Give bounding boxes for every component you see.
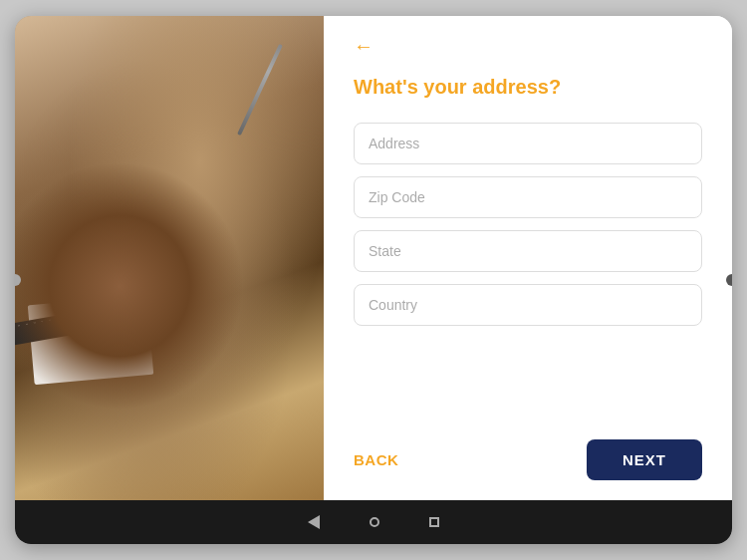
nav-home-icon[interactable] [370,517,379,527]
side-button-right[interactable] [726,274,732,286]
back-arrow[interactable]: ← [354,36,702,56]
zip-code-input[interactable] [354,176,702,218]
address-input[interactable] [354,123,702,164]
tablet-container: ← What's your address? BACK NEXT [15,16,732,544]
left-panel [15,16,324,500]
right-panel: ← What's your address? BACK NEXT [324,16,732,500]
state-input[interactable] [354,230,702,272]
bottom-navigation-bar [15,500,732,544]
nav-recent-icon[interactable] [429,517,439,527]
back-button[interactable]: BACK [354,451,398,468]
country-input[interactable] [354,284,702,326]
tablet-body: ← What's your address? BACK NEXT [15,16,732,500]
hand-illustration [15,16,324,500]
next-button[interactable]: NEXT [587,439,702,480]
nav-back-icon[interactable] [308,515,320,529]
form-actions: BACK NEXT [354,439,702,480]
form-fields [354,123,702,420]
form-title: What's your address? [354,76,702,99]
